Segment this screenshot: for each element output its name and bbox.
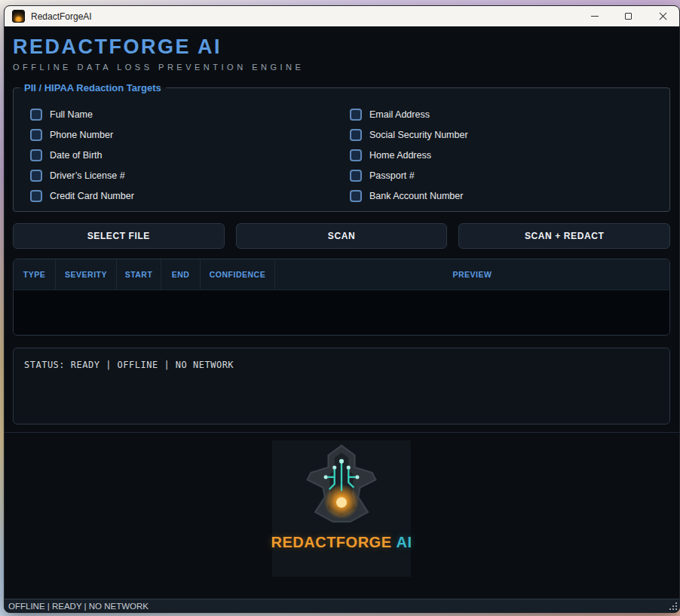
page-subtitle: OFFLINE DATA LOSS PREVENTION ENGINE bbox=[13, 63, 670, 72]
page-title: REDACTFORGE AI bbox=[13, 35, 670, 59]
column-header-end[interactable]: END bbox=[161, 259, 201, 290]
column-header-severity[interactable]: SEVERITY bbox=[56, 259, 117, 290]
target-label: Date of Birth bbox=[50, 150, 102, 161]
logo-wordmark: REDACTFORGEAI bbox=[271, 534, 412, 551]
app-window: RedactForgeAI REDACTFORGE AI OFFLINE DAT… bbox=[4, 5, 680, 613]
resize-grip[interactable] bbox=[668, 601, 677, 610]
maximize-button[interactable] bbox=[611, 6, 645, 26]
checkbox-drivers-license[interactable] bbox=[30, 170, 42, 182]
target-label: Driver’s License # bbox=[50, 170, 125, 181]
scan-button[interactable]: SCAN bbox=[236, 223, 448, 249]
section-divider bbox=[5, 432, 679, 433]
checkbox-home-address[interactable] bbox=[350, 149, 362, 161]
column-header-preview[interactable]: PREVIEW bbox=[275, 259, 669, 290]
groupbox-legend: PII / HIPAA Redaction Targets bbox=[20, 82, 166, 93]
minimize-icon bbox=[591, 16, 599, 17]
minimize-button[interactable] bbox=[577, 6, 611, 26]
select-file-button[interactable]: SELECT FILE bbox=[13, 223, 225, 249]
target-label: Passport # bbox=[369, 170, 415, 181]
target-label: Bank Account Number bbox=[369, 191, 463, 201]
checkbox-bank-account[interactable] bbox=[350, 190, 362, 202]
checkbox-phone-number[interactable] bbox=[30, 129, 42, 141]
target-item-home-address: Home Address bbox=[350, 145, 669, 165]
target-label: Phone Number bbox=[50, 130, 113, 140]
target-item-date-of-birth: Date of Birth bbox=[30, 145, 350, 165]
logo-brand-text: REDACTFORGE bbox=[271, 534, 392, 550]
window-controls bbox=[577, 6, 679, 26]
results-table: TYPE SEVERITY START END CONFIDENCE PREVI… bbox=[13, 259, 670, 336]
column-header-type[interactable]: TYPE bbox=[14, 259, 56, 290]
window-titlebar[interactable]: RedactForgeAI bbox=[5, 6, 679, 26]
results-table-body-empty bbox=[14, 290, 669, 335]
target-item-drivers-license: Driver’s License # bbox=[30, 165, 350, 185]
checkbox-passport[interactable] bbox=[350, 170, 362, 182]
main-content: REDACTFORGE AI OFFLINE DATA LOSS PREVENT… bbox=[5, 26, 679, 599]
close-icon bbox=[659, 13, 666, 20]
close-button[interactable] bbox=[645, 6, 679, 26]
logo-area: REDACTFORGEAI bbox=[13, 440, 670, 577]
app-icon bbox=[12, 10, 25, 23]
target-item-ssn: Social Security Number bbox=[350, 124, 669, 145]
status-log-panel: STATUS: READY | OFFLINE | NO NETWORK bbox=[13, 348, 670, 424]
target-label: Email Address bbox=[369, 109, 430, 120]
target-label: Social Security Number bbox=[369, 130, 468, 140]
status-log-text: STATUS: READY | OFFLINE | NO NETWORK bbox=[24, 360, 659, 370]
column-header-confidence[interactable]: CONFIDENCE bbox=[201, 259, 275, 290]
checkbox-credit-card[interactable] bbox=[30, 190, 42, 202]
checkbox-email-address[interactable] bbox=[350, 109, 362, 121]
target-label: Credit Card Number bbox=[50, 191, 134, 201]
target-label: Home Address bbox=[369, 150, 431, 161]
desktop-wallpaper: RedactForgeAI REDACTFORGE AI OFFLINE DAT… bbox=[0, 0, 680, 616]
brand-logo: REDACTFORGEAI bbox=[272, 440, 411, 577]
window-title: RedactForgeAI bbox=[31, 11, 577, 22]
target-label: Full Name bbox=[50, 109, 93, 120]
anvil-logo-icon bbox=[289, 440, 394, 538]
target-item-phone-number: Phone Number bbox=[30, 124, 350, 145]
target-item-credit-card: Credit Card Number bbox=[30, 185, 350, 206]
results-table-header: TYPE SEVERITY START END CONFIDENCE PREVI… bbox=[14, 259, 669, 290]
checkbox-date-of-birth[interactable] bbox=[30, 149, 42, 161]
target-item-passport: Passport # bbox=[350, 165, 669, 185]
target-item-full-name: Full Name bbox=[30, 104, 350, 124]
scan-redact-button[interactable]: SCAN + REDACT bbox=[458, 223, 670, 249]
target-item-bank-account: Bank Account Number bbox=[350, 185, 669, 206]
target-item-email-address: Email Address bbox=[350, 104, 669, 124]
maximize-icon bbox=[625, 13, 632, 20]
status-bar-text: OFFLINE | READY | NO NETWORK bbox=[8, 602, 149, 611]
targets-grid: Full Name Phone Number Date of Birth Dri… bbox=[14, 103, 669, 206]
column-header-start[interactable]: START bbox=[117, 259, 161, 290]
action-button-row: SELECT FILE SCAN SCAN + REDACT bbox=[13, 223, 670, 249]
checkbox-ssn[interactable] bbox=[350, 129, 362, 141]
checkbox-full-name[interactable] bbox=[30, 109, 42, 121]
logo-suffix-text: AI bbox=[396, 534, 412, 550]
redaction-targets-groupbox: PII / HIPAA Redaction Targets Full Name … bbox=[13, 82, 670, 212]
status-bar: OFFLINE | READY | NO NETWORK bbox=[5, 599, 679, 612]
